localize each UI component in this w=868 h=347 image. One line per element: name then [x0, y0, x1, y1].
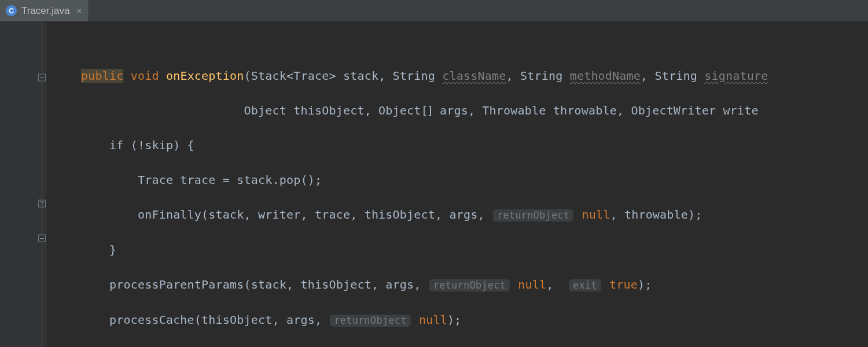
- code-text: if (!skip) {: [81, 138, 194, 152]
- inlay-hint: exit: [569, 279, 601, 291]
- inlay-hint: returnObject: [493, 209, 573, 222]
- tab-bar: C Tracer.java ×: [0, 0, 868, 22]
- code-text: processParentParams(stack, thisObject, a…: [81, 278, 428, 291]
- array-brackets: []: [421, 104, 433, 117]
- keyword-void: void: [123, 69, 165, 83]
- code-text: [511, 278, 518, 291]
- keyword-null: null: [419, 313, 447, 327]
- code-text: , String: [506, 69, 569, 83]
- code-text: [412, 313, 419, 327]
- inlay-hint: returnObject: [429, 279, 510, 291]
- code-text: (Stack<Trace> stack, String: [244, 69, 443, 83]
- gutter[interactable]: [0, 22, 46, 347]
- keyword-null: null: [582, 208, 610, 222]
- param-signature: signature: [704, 69, 768, 83]
- code-text: );: [447, 313, 461, 327]
- inlay-hint: returnObject: [330, 315, 410, 327]
- keyword-null: null: [518, 278, 546, 291]
- code-text: Trace trace = stack.pop();: [81, 173, 322, 187]
- code-text: , throwable);: [610, 208, 702, 222]
- fold-guide: [42, 22, 42, 347]
- code-text: processCache(thisObject, args,: [81, 313, 329, 327]
- editor-tab-tracer[interactable]: C Tracer.java ×: [0, 0, 89, 21]
- keyword-true: true: [609, 278, 638, 291]
- keyword-public: public: [81, 69, 123, 83]
- fold-toggle-icon[interactable]: [38, 74, 46, 82]
- code-text: [602, 278, 609, 291]
- code-text: , String: [641, 69, 704, 83]
- code-content[interactable]: public void onException(Stack<Trace> sta…: [46, 22, 773, 347]
- param-className: className: [442, 69, 506, 83]
- code-text: args, Throwable throwable, ObjectWriter …: [433, 104, 759, 117]
- fold-end-icon[interactable]: [38, 200, 46, 208]
- code-text: }: [81, 243, 116, 257]
- editor-area: public void onException(Stack<Trace> sta…: [0, 22, 868, 347]
- code-text: );: [638, 278, 652, 291]
- java-class-icon: C: [6, 5, 17, 16]
- close-icon[interactable]: ×: [74, 6, 82, 15]
- method-name: onException: [166, 69, 244, 83]
- code-text: onFinally(stack, writer, trace, thisObje…: [81, 208, 492, 222]
- code-text: [575, 208, 582, 222]
- fold-toggle-icon[interactable]: [38, 235, 46, 242]
- param-methodName: methodName: [570, 69, 641, 83]
- tab-filename: Tracer.java: [21, 5, 69, 17]
- code-text: ,: [546, 278, 568, 291]
- code-text: Object thisObject, Object: [81, 104, 421, 117]
